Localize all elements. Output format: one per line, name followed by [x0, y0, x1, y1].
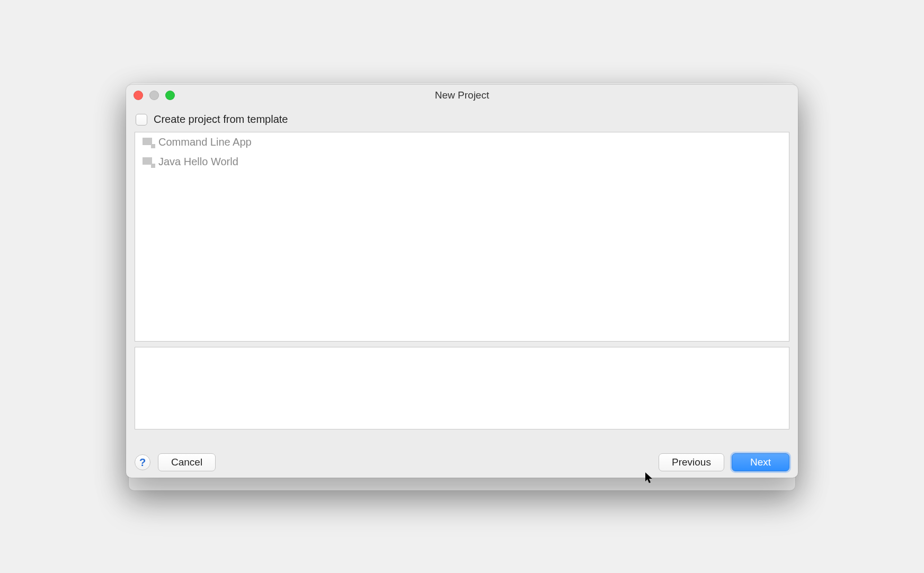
window-controls [134, 91, 175, 100]
template-item-label: Java Hello World [158, 156, 238, 168]
dialog-content: Create project from template Command Lin… [126, 106, 798, 446]
button-label: Next [750, 456, 771, 468]
template-description-panel [135, 347, 789, 429]
button-label: Previous [672, 456, 711, 468]
folder-icon [143, 157, 154, 167]
titlebar: New Project [126, 85, 798, 106]
minimize-window-button[interactable] [149, 91, 159, 100]
maximize-window-button[interactable] [165, 91, 175, 100]
folder-icon [143, 138, 154, 147]
new-project-dialog: New Project Create project from template… [126, 85, 798, 478]
create-from-template-row: Create project from template [135, 111, 789, 132]
create-from-template-label: Create project from template [154, 113, 288, 126]
help-button[interactable]: ? [135, 454, 150, 470]
create-from-template-checkbox[interactable] [136, 114, 147, 126]
cancel-button[interactable]: Cancel [158, 453, 216, 471]
template-item-label: Command Line App [158, 136, 252, 148]
button-bar: ? Cancel Previous Next [126, 446, 798, 478]
template-list[interactable]: Command Line App Java Hello World [135, 132, 789, 342]
previous-button[interactable]: Previous [659, 453, 724, 471]
next-button[interactable]: Next [732, 453, 789, 471]
help-icon: ? [139, 456, 146, 469]
list-item[interactable]: Command Line App [135, 132, 789, 152]
close-window-button[interactable] [134, 91, 143, 100]
list-item[interactable]: Java Hello World [135, 152, 789, 172]
dialog-title: New Project [126, 89, 798, 101]
button-label: Cancel [171, 456, 202, 468]
